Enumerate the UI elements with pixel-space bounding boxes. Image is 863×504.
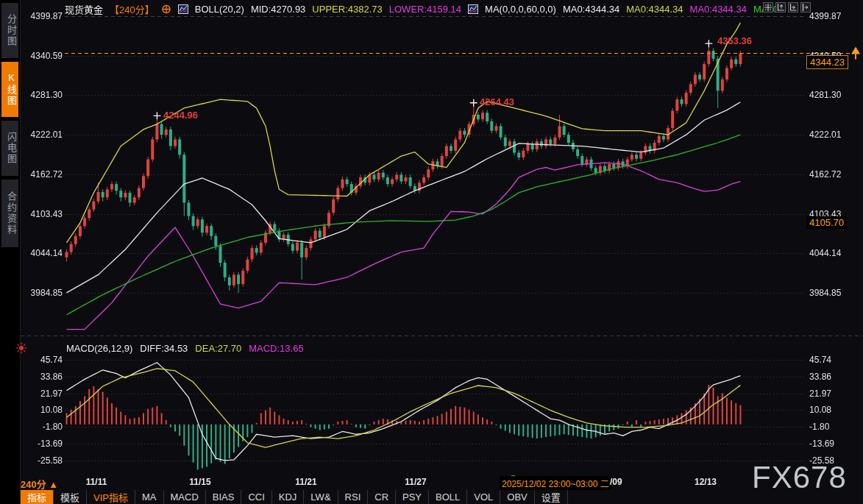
toolbar-button-RSI[interactable]: RSI	[338, 490, 369, 504]
peak-price-label-2: 4264.43	[480, 96, 514, 107]
last-price-box: 4344.23	[806, 55, 848, 69]
toolbar-button-BIAS[interactable]: BIAS	[206, 490, 242, 504]
toolbar-button-MACD[interactable]: MACD	[164, 490, 206, 504]
watermark: FX678	[752, 460, 847, 495]
indicator-toolbar: 指标模板VIP指标MAMACDBIASCCIKDJLW&RSICRPSYBOLL…	[21, 490, 568, 504]
macd-axis-label-right: 10.08	[809, 405, 831, 415]
main-axis-label-right: 4399.87	[809, 11, 841, 21]
trading-app-window: 分时图K线图闪电图合约资料 现货黄金 【240分】 BOLL(20,2) MID…	[0, 0, 863, 504]
toolbar-button-CR[interactable]: CR	[368, 490, 396, 504]
boll-indicator-icon[interactable]	[178, 4, 188, 14]
ma0-yellow-value: MA0:4344.34	[626, 4, 683, 15]
peak-price-label-3: 4353.36	[717, 35, 752, 46]
macd-axis-label-right: 45.74	[809, 355, 831, 365]
macd-axis-label-right: 21.97	[809, 388, 831, 399]
date-label: 11/27	[405, 477, 426, 487]
main-axis-label-left: 4044.14	[22, 248, 63, 258]
macd-hist-value: MACD:13.65	[249, 343, 303, 354]
date-label: 11/21	[295, 477, 316, 487]
macd-axis-label-left: -1.80	[22, 422, 63, 432]
macd-legend: MACD(26,12,9) DIFF:34.53 DEA:27.70 MACD:…	[66, 343, 304, 354]
time-axis: 240分 ▲ 2025/12/02 23:00~03:00 二 /09 11/1…	[0, 475, 863, 490]
toolbar-button-VIP指标[interactable]: VIP指标	[87, 490, 135, 504]
date-label: 11/11	[86, 477, 107, 487]
toolbar-button-MA[interactable]: MA	[135, 490, 164, 504]
boll-mid-value: MID:4270.93	[251, 4, 305, 15]
toolbar-button-LW&[interactable]: LW&	[304, 490, 338, 504]
sidebar-tab-3[interactable]: 闪电图	[1, 121, 18, 176]
main-axis-label-right: 4222.01	[809, 129, 841, 140]
main-axis-label-left: 3984.85	[22, 288, 63, 298]
hover-date-tooltip: 2025/12/02 23:00~03:00 二	[500, 476, 611, 490]
boll-name: BOLL(20,2)	[195, 4, 244, 15]
main-axis-label-left: 4281.30	[22, 90, 63, 100]
main-axis-label-right: 4044.14	[809, 248, 841, 258]
price-level-tag: 4105.70	[806, 216, 847, 229]
main-axis-label-right: 4281.30	[809, 90, 841, 100]
toolbar-button-设置[interactable]: 设置	[535, 490, 568, 504]
macd-dea-value: DEA:27.70	[195, 343, 241, 354]
main-axis-label-left: 4222.01	[22, 129, 63, 140]
move-icon[interactable]	[763, 2, 773, 13]
date-label: 11/15	[189, 477, 210, 487]
chevron-up-icon: ▲	[49, 479, 58, 490]
covered-date-label: /09	[610, 477, 622, 487]
main-axis-label-left: 4162.72	[22, 169, 63, 180]
indicator-legend: 现货黄金 【240分】 BOLL(20,2) MID:4270.93 UPPER…	[65, 2, 786, 15]
scale-x-icon[interactable]	[788, 2, 798, 13]
boll-lower-value: LOWER:4159.14	[389, 4, 461, 15]
sidebar-tab-1[interactable]: 分时图	[1, 3, 18, 58]
main-axis-label-left: 4103.43	[22, 209, 63, 219]
toolbar-button-PSY[interactable]: PSY	[396, 490, 429, 504]
alert-blink-icon[interactable]	[15, 341, 28, 355]
ma-name: MA(0,0,0,60,0,0)	[485, 4, 556, 15]
macd-axis-label-left: -25.58	[22, 455, 63, 466]
toolbar-button-BOLL[interactable]: BOLL	[429, 490, 467, 504]
macd-axis-label-left: 21.97	[22, 388, 63, 399]
chart-window-controls	[763, 2, 811, 13]
candlestick-chart-canvas[interactable]	[0, 0, 863, 504]
toolbar-button-CCI[interactable]: CCI	[241, 490, 271, 504]
macd-axis-label-right: -1.80	[809, 422, 829, 432]
macd-diff-value: DIFF:34.53	[140, 343, 188, 354]
peak-price-label-1: 4244.96	[163, 110, 198, 121]
toolbar-button-模板[interactable]: 模板	[54, 490, 87, 504]
scale-y-icon[interactable]	[775, 2, 786, 13]
sidebar-tab-2[interactable]: K线图	[1, 62, 18, 117]
sidebar-tab-4[interactable]: 合约资料	[1, 180, 18, 247]
boll-upper-value: UPPER:4382.73	[312, 4, 382, 15]
toolbar-button-KDJ[interactable]: KDJ	[272, 490, 305, 504]
symbol-name: 现货黄金	[65, 2, 103, 16]
ma-indicator-icon[interactable]	[468, 4, 478, 14]
main-axis-label-right: 4162.72	[809, 169, 841, 180]
toolbar-button-OBV[interactable]: OBV	[500, 490, 534, 504]
macd-axis-label-left: -13.69	[22, 439, 63, 449]
ma0-magenta-value: MA0:4344.34	[690, 4, 747, 15]
sidebar: 分时图K线图闪电图合约资料	[0, 0, 21, 504]
ma0-white-value: MA0:4344.34	[563, 4, 619, 15]
main-axis-label-left: 4340.59	[22, 51, 63, 61]
macd-axis-label-left: 45.74	[22, 355, 63, 365]
period-label: 【240分】	[110, 2, 155, 16]
toolbar-button-指标[interactable]: 指标	[21, 490, 54, 504]
macd-name: MACD(26,12,9)	[66, 343, 132, 354]
macd-axis-label-right: 33.86	[809, 372, 831, 382]
macd-axis-label-right: -13.69	[809, 439, 834, 449]
main-axis-label-left: 4399.87	[22, 11, 63, 21]
macd-axis-label-left: 10.08	[22, 405, 63, 415]
period-selector[interactable]: 240分 ▲	[21, 477, 58, 491]
date-label: 12/13	[695, 477, 717, 487]
target-icon[interactable]	[161, 4, 171, 14]
toolbar-button-VOL[interactable]: VOL	[467, 490, 500, 504]
main-axis-label-right: 3984.85	[809, 288, 841, 298]
macd-axis-label-left: 33.86	[22, 372, 63, 382]
